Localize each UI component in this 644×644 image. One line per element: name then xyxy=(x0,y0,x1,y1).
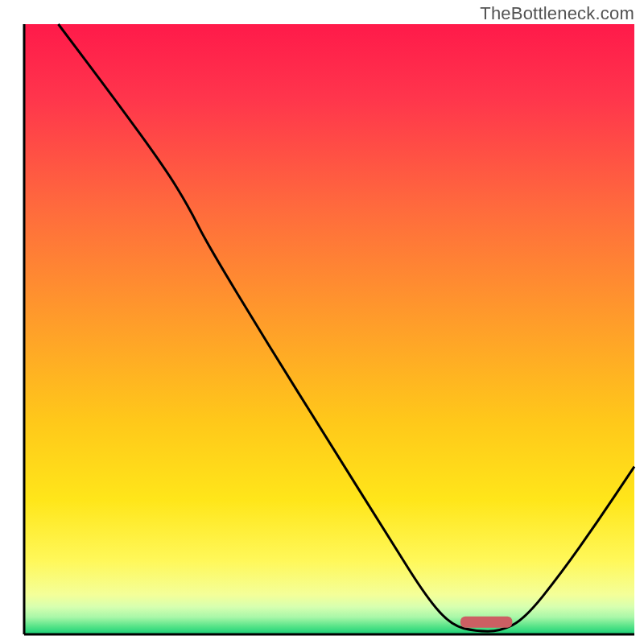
watermark-text: TheBottleneck.com xyxy=(480,3,634,24)
chart-container: TheBottleneck.com xyxy=(0,0,644,644)
bottleneck-chart xyxy=(0,0,644,644)
optimal-marker xyxy=(460,617,512,628)
gradient-background xyxy=(24,24,634,634)
